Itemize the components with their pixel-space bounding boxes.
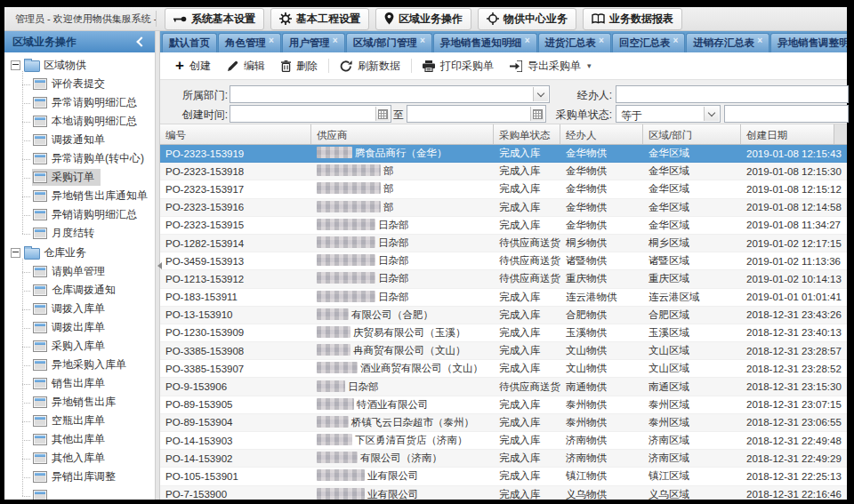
sidebar-item[interactable]: 异销出库调整 [22,468,155,486]
pin-button[interactable]: 区域业务操作 [375,8,471,30]
sidebar-item[interactable]: 销售出库单 [22,374,155,393]
tab-close-icon[interactable]: × [673,36,678,44]
column-header[interactable]: 编号 [160,124,311,144]
tree-folder-label: 区域物供 [44,58,86,73]
tree-folder[interactable]: 仓库业务 [11,243,155,262]
sidebar-item[interactable]: 仓库调拨通知 [22,281,155,300]
status-operator-select[interactable]: 等于 [616,105,721,123]
status-value-input[interactable] [724,105,849,123]
tab-close-icon[interactable]: × [525,36,530,44]
supplier-text: 日杂部 [378,220,409,230]
cell-region: 玉溪区域 [643,326,741,340]
tab-close-icon[interactable]: × [599,36,604,44]
sidebar-item[interactable]: 月度结转 [22,224,155,243]
table-row[interactable]: PO-1213-153912日杂部待供应商送货重庆物供重庆区域2019-01-0… [160,270,847,288]
department-select[interactable] [230,85,550,103]
export-button[interactable]: 导出采购单▾ [502,55,600,77]
cell-agent: 泰州物供 [560,416,643,429]
sidebar-item[interactable]: 其他出库单 [22,430,155,449]
tab[interactable]: 区域/部门管理× [346,33,432,52]
tab-close-icon[interactable]: × [420,36,425,44]
sidebar-item[interactable]: 评价表提交 [22,75,155,93]
edit-button[interactable]: 编辑 [219,55,273,77]
expander-minus-icon[interactable] [11,60,20,70]
table-row[interactable]: PO-9-153906日杂部待供应商送货南通物供南通区域2018-12-31 2… [160,378,847,396]
table-row[interactable]: PO-1282-153914日杂部待供应商送货桐乡物供桐乡区域2019-01-0… [160,235,847,252]
cell-agent: 义乌物供 [560,488,643,500]
cell-date: 2018-12-31 23:43:26 [741,309,847,320]
table-row[interactable]: PO-2323-153917部完成入库金华物供金华区域2019-01-08 12… [160,180,847,198]
tab[interactable]: 角色管理× [218,33,281,52]
refresh-button[interactable]: 刷新数据 [332,55,408,77]
column-header[interactable]: 经办人 [560,124,643,144]
table-row[interactable]: PO-2323-153915日杂部完成入库金华物供金华区域2019-01-08 … [160,217,847,235]
tab-close-icon[interactable]: × [757,36,762,44]
collapse-sidebar-icon[interactable] [136,36,146,46]
sidebar-item[interactable]: 空瓶出库单 [22,412,155,430]
sidebar-item[interactable]: 请购单管理 [22,262,155,281]
sidebar-item[interactable]: 异常请购单(转中心) [22,149,155,168]
sidebar-item[interactable]: 异地采购入库单 [22,356,155,374]
table-row[interactable]: PO-2323-153919腾食品商行（金华）完成入库金华物供金华区域2019-… [160,145,847,163]
sidebar-item-partial[interactable] [22,486,155,500]
table-row[interactable]: PO-14-153903下区勇清百货店（济南）完成入库济南物供济南区域2018-… [160,432,847,450]
tab[interactable]: 用户管理× [282,33,345,52]
table-row[interactable]: PO-1230-153909庆贸易有限公司（玉溪）完成入库玉溪物供玉溪区域201… [160,324,847,342]
tab[interactable]: 异地销售调整明细× [770,33,847,52]
sidebar-item[interactable]: 调拨通知单 [22,131,155,149]
column-header[interactable]: 采购单状态 [494,124,560,144]
cell-region: 泰州区域 [643,398,741,412]
tab-close-icon[interactable]: × [333,36,338,44]
table-row[interactable]: PO-2323-153916部完成入库金华物供金华区域2019-01-08 12… [160,199,847,217]
target-button[interactable]: 物供中心业务 [478,8,576,30]
table-row[interactable]: PO-14-153902有限公司（济南）完成入库济南物供济南区域2018-12-… [160,450,847,468]
delete-button[interactable]: 删除 [273,55,326,77]
tab[interactable]: 回空汇总表× [612,33,685,52]
table-row[interactable]: PO-183-153911日杂部完成入库连云港物供连云港区域2019-01-01… [160,289,847,307]
sidebar-item[interactable]: 异地销售出库通知单 [22,187,155,205]
department-dropdown-arrow-icon[interactable] [533,87,548,101]
table-row[interactable]: PO-3459-153913日杂部待供应商送货诸暨物供诸暨区域2019-01-0… [160,252,847,270]
created-from-input[interactable] [230,105,391,123]
form-icon [33,359,47,371]
sidebar-item[interactable]: 异销请购明细汇总 [22,205,155,224]
table-row[interactable]: PO-3385-153908冉商贸有限公司（文山）完成入库文山物供文山区域201… [160,342,847,360]
sidebar-item[interactable]: 采购订单 [22,168,155,187]
table-row[interactable]: PO-3385-153907酒业商贸有限公司（文山）完成入库文山物供文山区域20… [160,360,847,378]
sidebar-item[interactable]: 异常请购明细汇总 [22,93,155,112]
agent-input[interactable] [616,85,849,103]
tab[interactable]: 进销存汇总表× [686,33,769,52]
gear-button[interactable]: 基本工程设置 [270,8,369,30]
key-button[interactable]: 系统基本设置 [165,8,264,30]
table-row[interactable]: PO-89-153904桥镇飞云日杂超市（泰州）完成入库泰州物供泰州区域2018… [160,414,847,432]
sidebar-item[interactable]: 调拨入库单 [22,300,155,318]
column-header[interactable]: 创建日期 [741,124,847,144]
table-row[interactable]: PO-105-153901业有限公司完成入库镇江物供镇江区域2018-12-31… [160,468,847,485]
tab[interactable]: 默认首页 [162,33,217,52]
cell-region: 文山区域 [643,344,741,357]
table-row[interactable]: PO-2323-153918部完成入库金华物供金华区域2019-01-08 12… [160,163,847,180]
expander-minus-icon[interactable] [11,248,20,258]
tab[interactable]: 进货汇总表× [538,33,611,52]
tab[interactable]: 异地销售通知明细× [433,33,537,52]
sidebar-item[interactable]: 本地请购明细汇总 [22,112,155,131]
sidebar-item[interactable]: 调拨出库单 [22,318,155,337]
form-icon [33,284,47,296]
redacted-blur [317,398,354,410]
tree-folder[interactable]: 区域物供 [11,55,155,75]
created-from-calendar-button[interactable] [375,107,390,121]
sidebar-item[interactable]: 其他入库单 [22,449,155,468]
print-button[interactable]: 打印采购单 [415,55,502,77]
sidebar-item[interactable]: 异地销售出库 [22,393,155,412]
tab-close-icon[interactable]: × [269,36,274,44]
created-to-input[interactable] [407,105,546,123]
column-header[interactable]: 区域/部门 [643,124,741,144]
sidebar-item[interactable]: 采购入库单 [22,337,155,356]
table-row[interactable]: PO-89-153905特酒业有限公司完成入库泰州物供泰州区域2018-12-3… [160,396,847,414]
column-header[interactable]: 供应商 [311,124,494,144]
table-row[interactable]: PO-7-153900业有限公司完成入库义乌物供义乌区域2018-12-31 2… [160,486,847,500]
table-row[interactable]: PO-13-153910有限公司（合肥）完成入库合肥物供合肥区域2018-12-… [160,307,847,324]
status-dropdown-arrow-icon[interactable] [704,107,719,121]
book-button[interactable]: 业务数据报表 [583,8,682,30]
create-button[interactable]: +创建 [167,55,219,77]
